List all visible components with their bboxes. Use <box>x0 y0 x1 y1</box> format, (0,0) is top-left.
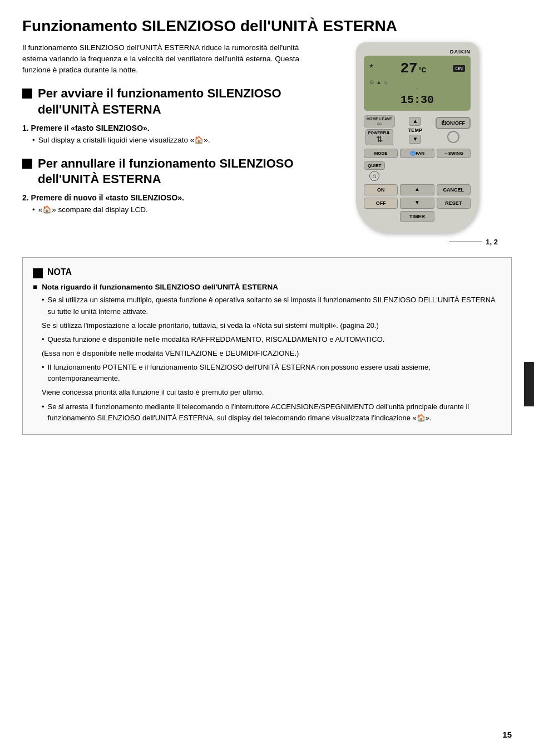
annotation-line <box>449 242 482 242</box>
powerful-arrows-icon: ⇅ <box>368 135 390 144</box>
remote-annotation: 1, 2 <box>337 238 498 246</box>
home-temp-onoff-row: HOME LEAVE ⌂⌂ POWERFUL ⇅ ▲ TEMP ▼ <box>364 115 471 146</box>
section1-heading: Per avviare il funzionamento SILENZIOSO … <box>22 86 317 117</box>
bullet-square-2 <box>22 159 32 169</box>
page-title: Funzionamento SILENZIOSO dell'UNITÀ ESTE… <box>22 17 512 36</box>
step1-label: 1. Premere il «tasto SILENZIOSO». <box>22 124 317 132</box>
intro-text: Il funzionamento SILENZIOSO dell'UNITÀ E… <box>22 42 317 76</box>
nota-indent-4: (Essa non è disponibile nelle modalità V… <box>42 348 501 359</box>
quiet-button[interactable]: QUIET <box>364 161 385 170</box>
swing-button[interactable]: ↔SWING <box>437 149 471 158</box>
display-mode-icon: ⊙ <box>369 79 374 85</box>
timer-button[interactable]: TIMER <box>400 211 434 222</box>
nota-body: ■ Nota riguardo il funzionamento SILENZI… <box>33 283 501 423</box>
off-button[interactable]: OFF <box>364 198 398 209</box>
section1: Per avviare il funzionamento SILENZIOSO … <box>22 86 317 145</box>
section2: Per annullare il funzionamento SILENZIOS… <box>22 156 317 215</box>
nota-bullet-1: Se si utilizza un sistema multiplo, ques… <box>42 294 501 317</box>
quiet-icon: ⌂ <box>369 171 379 181</box>
temp-down-button[interactable]: ▼ <box>409 135 421 144</box>
left-column: Il funzionamento SILENZIOSO dell'UNITÀ E… <box>22 42 317 247</box>
timer-up-button[interactable]: ▲ <box>400 184 434 195</box>
brand-label: DAIKIN <box>364 49 471 55</box>
nota-subtitle: ■ Nota riguardo il funzionamento SILENZI… <box>33 283 501 291</box>
display-home-icon: ⌂ <box>384 79 387 85</box>
powerful-button[interactable]: POWERFUL ⇅ <box>365 129 393 145</box>
right-column: DAIKIN * 27 °C ON ⊙ <box>328 42 506 247</box>
page-number: 15 <box>502 730 512 739</box>
display-star: * <box>369 62 373 74</box>
display-time: 15:30 <box>369 94 465 106</box>
bottom-button-grid: ON ▲ CANCEL OFF ▼ RESET TIMER <box>364 184 471 222</box>
display-dot: · <box>369 85 465 91</box>
timer-down-button[interactable]: ▼ <box>400 198 434 209</box>
cancel-button[interactable]: CANCEL <box>437 184 471 195</box>
display-fan-icon: ▲ <box>376 79 382 85</box>
content-area: Il funzionamento SILENZIOSO dell'UNITÀ E… <box>22 42 512 247</box>
temp-label: TEMP <box>408 127 422 133</box>
page: Funzionamento SILENZIOSO dell'UNITÀ ESTE… <box>0 0 534 756</box>
remote-display: * 27 °C ON ⊙ ▲ ⌂ · <box>364 56 471 111</box>
section2-heading: Per annullare il funzionamento SILENZIOS… <box>22 156 317 188</box>
display-on-badge: ON <box>453 65 465 72</box>
mode-button[interactable]: MODE <box>364 149 398 158</box>
fan-button[interactable]: 🌀FAN <box>400 149 434 158</box>
side-tab <box>524 362 534 406</box>
nota-bullet-7: Se si arresta il funzionamento mediante … <box>42 401 501 424</box>
temp-up-button[interactable]: ▲ <box>409 117 421 126</box>
step2-bullet: «🏠» scompare dal display LCD. <box>32 204 317 215</box>
on-button[interactable]: ON <box>364 184 398 195</box>
nota-indent-6: Viene concessa priorità alla funzione il… <box>42 387 501 398</box>
mode-fan-swing-row: MODE 🌀FAN ↔SWING <box>364 149 471 158</box>
nota-bullet-5: Il funzionamento POTENTE e il funzioname… <box>42 362 501 384</box>
home-leave-button[interactable]: HOME LEAVE ⌂⌂ <box>364 115 395 128</box>
display-temperature: 27 <box>400 60 417 77</box>
reset-button[interactable]: RESET <box>437 198 471 209</box>
temp-col: ▲ TEMP ▼ <box>408 117 422 144</box>
nota-title: NOTA <box>33 266 501 278</box>
display-icons-row: ⊙ ▲ ⌂ <box>369 79 465 85</box>
display-temp-unit: °C <box>419 66 426 74</box>
nota-bullet-square <box>33 268 43 278</box>
annotation-label: 1, 2 <box>486 238 498 246</box>
remote-wrapper: DAIKIN * 27 °C ON ⊙ <box>337 42 498 247</box>
quiet-row: QUIET ⌂ <box>364 161 471 181</box>
bullet-square-1 <box>22 89 32 99</box>
onoff-circle-icon <box>447 131 459 143</box>
nota-bullet-3: Questa funzione è disponibile nelle moda… <box>42 334 501 345</box>
remote-control: DAIKIN * 27 °C ON ⊙ <box>356 42 478 234</box>
nota-indent-2: Se si utilizza l'impostazione a locale p… <box>42 320 501 331</box>
step2-label: 2. Premere di nuovo il «tasto SILENZIOSO… <box>22 193 317 202</box>
step1-bullet: Sul display a cristalli liquidi viene vi… <box>32 135 317 146</box>
nota-section: NOTA ■ Nota riguardo il funzionamento SI… <box>22 257 512 434</box>
onoff-button[interactable]: ⏻ON/OFF <box>436 117 471 129</box>
